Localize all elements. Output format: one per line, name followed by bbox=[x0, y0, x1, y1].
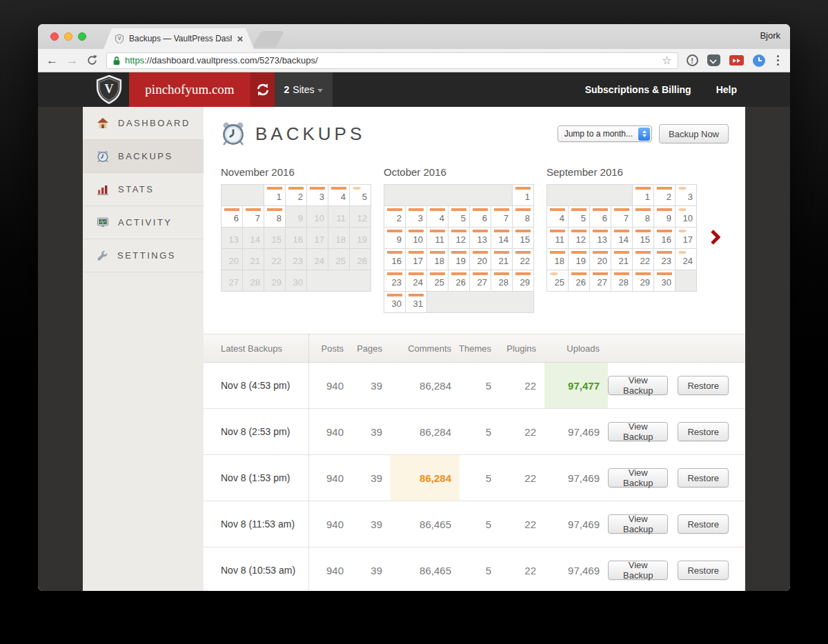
browser-menu-icon[interactable] bbox=[774, 55, 782, 66]
sidebar-item-stats[interactable]: STATS bbox=[83, 173, 204, 206]
calendar-day-with-backup[interactable]: 30 bbox=[384, 292, 405, 312]
calendar-day-with-backup[interactable]: 17 bbox=[676, 228, 696, 248]
calendar-day-with-backup[interactable]: 21 bbox=[611, 249, 632, 270]
sync-site-button[interactable] bbox=[250, 72, 275, 107]
calendar-day-with-backup[interactable]: 3 bbox=[676, 185, 696, 205]
calendar-day-with-backup[interactable]: 1 bbox=[264, 185, 285, 205]
calendar-day-with-backup[interactable]: 24 bbox=[406, 270, 426, 291]
url-bar[interactable]: https://dashboard.vaultpress.com/5273/ba… bbox=[106, 52, 678, 69]
restore-button[interactable]: Restore bbox=[678, 422, 729, 441]
sidebar-item-settings[interactable]: SETTINGS bbox=[83, 239, 204, 272]
calendar-day-with-backup[interactable]: 24 bbox=[676, 249, 696, 270]
calendar-day-with-backup[interactable]: 19 bbox=[569, 249, 589, 270]
calendar-day-with-backup[interactable]: 5 bbox=[350, 185, 371, 205]
back-icon[interactable]: ← bbox=[46, 54, 58, 66]
current-site-button[interactable]: pinchofyum.com bbox=[129, 72, 250, 107]
calendar-day-with-backup[interactable]: 6 bbox=[221, 206, 242, 227]
vaultpress-logo-icon[interactable]: V bbox=[93, 74, 125, 105]
info-extension-icon[interactable]: ! bbox=[687, 54, 698, 66]
calendar-day-with-backup[interactable]: 3 bbox=[406, 206, 426, 227]
calendar-day-with-backup[interactable]: 21 bbox=[491, 249, 512, 270]
calendar-day-with-backup[interactable]: 9 bbox=[654, 206, 675, 227]
calendar-day-with-backup[interactable]: 26 bbox=[569, 270, 589, 291]
calendar-day-with-backup[interactable]: 27 bbox=[590, 270, 611, 291]
calendar-day-with-backup[interactable]: 12 bbox=[448, 228, 469, 248]
calendar-day-with-backup[interactable]: 29 bbox=[633, 270, 653, 291]
calendar-day-with-backup[interactable]: 9 bbox=[384, 228, 405, 248]
calendar-day-with-backup[interactable]: 20 bbox=[590, 249, 611, 270]
sidebar-item-activity[interactable]: ACTIVITY bbox=[83, 206, 204, 239]
restore-button[interactable]: Restore bbox=[678, 376, 729, 395]
calendar-day-with-backup[interactable]: 23 bbox=[384, 270, 405, 291]
calendar-day-with-backup[interactable]: 11 bbox=[427, 228, 448, 248]
calendar-day-with-backup[interactable]: 28 bbox=[491, 270, 512, 291]
calendar-day-with-backup[interactable]: 14 bbox=[491, 228, 512, 248]
new-tab-button[interactable] bbox=[253, 31, 285, 48]
calendar-day-with-backup[interactable]: 27 bbox=[470, 270, 491, 291]
calendar-day-with-backup[interactable]: 16 bbox=[654, 228, 675, 248]
calendar-day-with-backup[interactable]: 2 bbox=[654, 185, 675, 205]
sites-dropdown[interactable]: 2 Sites bbox=[275, 72, 333, 107]
next-month-chevron-icon[interactable] bbox=[710, 230, 720, 245]
calendar-day-with-backup[interactable]: 12 bbox=[569, 228, 589, 248]
calendar-day-with-backup[interactable]: 3 bbox=[307, 185, 328, 205]
calendar-day-with-backup[interactable]: 8 bbox=[264, 206, 285, 227]
calendar-day-with-backup[interactable]: 18 bbox=[427, 249, 448, 270]
calendar-day-with-backup[interactable]: 28 bbox=[611, 270, 632, 291]
history-extension-icon[interactable] bbox=[753, 54, 765, 67]
month-select[interactable]: Jump to a month... bbox=[558, 125, 652, 142]
calendar-day-with-backup[interactable]: 16 bbox=[384, 249, 405, 270]
calendar-day-with-backup[interactable]: 5 bbox=[569, 206, 589, 227]
calendar-day-with-backup[interactable]: 20 bbox=[470, 249, 491, 270]
pocket-extension-icon[interactable] bbox=[707, 54, 720, 66]
view-backup-button[interactable]: View Backup bbox=[608, 468, 668, 487]
backup-now-button[interactable]: Backup Now bbox=[659, 124, 729, 143]
calendar-day-with-backup[interactable]: 14 bbox=[611, 228, 632, 248]
bookmark-star-icon[interactable]: ☆ bbox=[662, 54, 671, 67]
view-backup-button[interactable]: View Backup bbox=[608, 561, 668, 580]
sidebar-item-dashboard[interactable]: DASHBOARD bbox=[83, 107, 204, 140]
calendar-day-with-backup[interactable]: 6 bbox=[470, 206, 491, 227]
view-backup-button[interactable]: View Backup bbox=[608, 422, 668, 441]
calendar-day-with-backup[interactable]: 7 bbox=[611, 206, 632, 227]
close-window-button[interactable] bbox=[50, 32, 59, 41]
minimize-window-button[interactable] bbox=[64, 32, 72, 41]
view-backup-button[interactable]: View Backup bbox=[608, 376, 668, 395]
calendar-day-with-backup[interactable]: 26 bbox=[448, 270, 469, 291]
calendar-day-with-backup[interactable]: 25 bbox=[547, 270, 568, 291]
calendar-day-with-backup[interactable]: 1 bbox=[513, 185, 533, 205]
calendar-day-with-backup[interactable]: 25 bbox=[427, 270, 448, 291]
calendar-day-with-backup[interactable]: 4 bbox=[547, 206, 568, 227]
calendar-day-with-backup[interactable]: 6 bbox=[590, 206, 611, 227]
calendar-day-with-backup[interactable]: 7 bbox=[491, 206, 512, 227]
calendar-day-with-backup[interactable]: 8 bbox=[633, 206, 653, 227]
restore-button[interactable]: Restore bbox=[678, 561, 729, 580]
calendar-day-with-backup[interactable]: 15 bbox=[513, 228, 533, 248]
calendar-day-with-backup[interactable]: 13 bbox=[590, 228, 611, 248]
calendar-day-with-backup[interactable]: 7 bbox=[243, 206, 264, 227]
calendar-day-with-backup[interactable]: 10 bbox=[406, 228, 426, 248]
calendar-day-with-backup[interactable]: 31 bbox=[406, 292, 426, 312]
calendar-day-with-backup[interactable]: 2 bbox=[384, 206, 405, 227]
restore-button[interactable]: Restore bbox=[678, 514, 729, 534]
help-link[interactable]: Help bbox=[716, 84, 737, 95]
browser-tab[interactable]: V Backups — VaultPress Dashbo bbox=[103, 28, 254, 49]
calendar-day-with-backup[interactable]: 30 bbox=[654, 270, 675, 291]
reload-icon[interactable] bbox=[86, 54, 98, 66]
forward-icon[interactable]: → bbox=[66, 54, 78, 66]
calendar-day-with-backup[interactable]: 4 bbox=[427, 206, 448, 227]
subscriptions-billing-link[interactable]: Subscriptions & Billing bbox=[585, 84, 691, 95]
calendar-day-with-backup[interactable]: 22 bbox=[633, 249, 653, 270]
zoom-window-button[interactable] bbox=[78, 32, 86, 41]
calendar-day-with-backup[interactable]: 10 bbox=[676, 206, 696, 227]
calendar-day-with-backup[interactable]: 17 bbox=[406, 249, 426, 270]
calendar-day-with-backup[interactable]: 15 bbox=[633, 228, 653, 248]
tab-close-icon[interactable] bbox=[237, 36, 243, 42]
calendar-day-with-backup[interactable]: 2 bbox=[286, 185, 306, 205]
calendar-day-with-backup[interactable]: 18 bbox=[547, 249, 568, 270]
calendar-day-with-backup[interactable]: 13 bbox=[470, 228, 491, 248]
restore-button[interactable]: Restore bbox=[678, 468, 729, 487]
calendar-day-with-backup[interactable]: 19 bbox=[448, 249, 469, 270]
media-extension-icon[interactable] bbox=[729, 55, 744, 66]
calendar-day-with-backup[interactable]: 8 bbox=[513, 206, 533, 227]
